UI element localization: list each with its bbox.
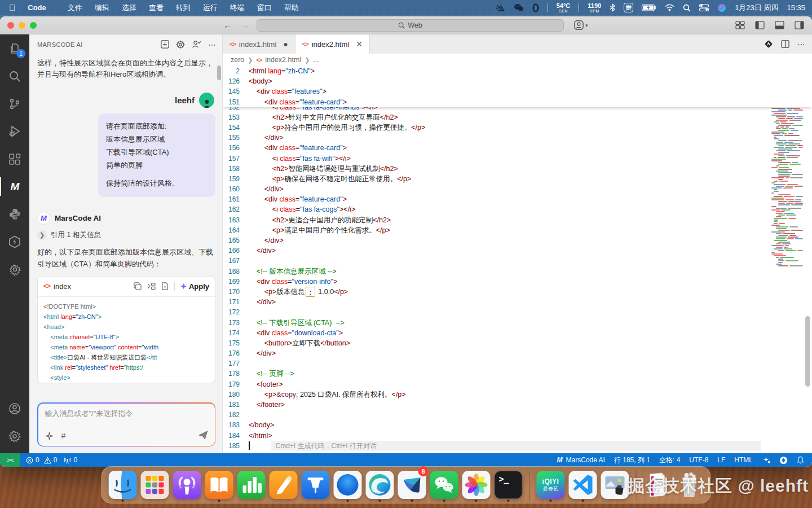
account-icon[interactable] [0, 395, 29, 422]
menu-item-文件[interactable]: 文件 [68, 3, 82, 13]
menu-app-name[interactable]: Code [28, 3, 46, 12]
status--4[interactable]: 空格: 4 [659, 456, 680, 465]
nav-forward-button[interactable]: → [241, 20, 249, 30]
close-window-button[interactable] [7, 22, 14, 29]
dock-terminal[interactable]: >_ [495, 468, 523, 501]
code-line[interactable]: 158 <h2>智能网络错误处理与重试机制</h2> [223, 164, 812, 174]
status-lf[interactable]: LF [717, 456, 725, 464]
code-line[interactable]: 145 <div class="features"> [223, 86, 812, 97]
sidebar-scrollbar[interactable] [217, 65, 221, 80]
menu-time[interactable]: 15:35 [787, 3, 805, 12]
sticky-scroll[interactable]: 2<html lang="zh-CN">126<body>145 <div cl… [223, 66, 812, 107]
marscode-diamond-icon[interactable] [764, 40, 773, 49]
code-line[interactable]: 175 <button>立即下载</button> [223, 338, 812, 348]
user-check-icon[interactable] [192, 40, 201, 49]
menu-item-窗口[interactable]: 窗口 [257, 3, 272, 13]
code-editor[interactable]: 2<html lang="zh-CN">126<body>145 <div cl… [223, 66, 812, 453]
dock-edge[interactable] [366, 468, 394, 501]
code-line[interactable]: 126<body> [223, 76, 812, 86]
code-line[interactable]: 152 <i class="fas fa-user-friends"></i> [223, 107, 812, 112]
code-line[interactable]: 159 <p>确保在网络不稳定时也能正常使用。</p> [223, 174, 812, 184]
zoom-window-button[interactable] [30, 22, 37, 29]
code-line[interactable]: 184</html> [223, 431, 812, 441]
status-utf-8[interactable]: UTF-8 [689, 456, 708, 464]
hex-plugin-activity-icon[interactable] [0, 228, 29, 256]
apply-button[interactable]: ✦ Apply [180, 282, 209, 291]
code-line[interactable]: 157 <i class="fas fa-wifi"></i> [223, 154, 812, 164]
code-line[interactable]: 154 <p>符合中国用户的使用习惯，操作更便捷。</p> [223, 122, 812, 133]
dock-vscode[interactable] [569, 468, 597, 501]
dock-finder[interactable] [109, 468, 137, 501]
extensions-activity-icon[interactable] [0, 145, 29, 173]
dock-pages[interactable] [270, 468, 298, 501]
code-line[interactable]: 171 </div> [223, 297, 812, 307]
code-line[interactable]: 179 <footer> [223, 379, 812, 389]
more-actions-icon[interactable]: ⋯ [797, 40, 805, 49]
code-line[interactable]: 153 <h2>针对中文用户优化的交互界面</h2> [223, 112, 812, 122]
dock-books[interactable] [205, 468, 233, 501]
remote-indicator[interactable]: >< [0, 453, 20, 467]
dock-iqiyi[interactable]: iQIYI爱奇艺 [537, 468, 565, 501]
hash-context-icon[interactable]: # [61, 431, 66, 440]
code-line[interactable]: 162 <i class="fas fa-cogs"></i> [223, 204, 812, 214]
siri-icon[interactable] [717, 3, 726, 13]
dock-keynote[interactable] [302, 468, 330, 501]
code-line[interactable]: 180 <p>&copy; 2025 口袋AI. 保留所有权利。</p> [223, 389, 812, 400]
toggle-left-sidebar-icon[interactable] [755, 21, 765, 29]
code-line[interactable]: 163 <h2>更适合中国用户的功能定制</h2> [223, 215, 812, 225]
python-activity-icon[interactable] [0, 200, 29, 228]
status--185-1[interactable]: 行 185, 列 1 [614, 456, 650, 465]
code-line[interactable]: 183</body> [223, 420, 812, 430]
code-line[interactable]: 177 [223, 358, 812, 369]
dock-preview[interactable] [601, 468, 629, 501]
marscode-activity-icon[interactable]: M [0, 173, 29, 200]
temperature-status[interactable]: 54°C SEN [557, 3, 571, 13]
code-line[interactable]: 156 <div class="feature-card"> [223, 143, 812, 153]
split-editor-icon[interactable] [781, 40, 789, 48]
window-titlebar[interactable]: ← → Web ▾ [0, 16, 812, 34]
control-center-icon[interactable] [699, 3, 709, 13]
code-line[interactable]: 172 [223, 307, 812, 317]
source-control-activity-icon[interactable] [0, 90, 29, 117]
battery-icon[interactable] [642, 3, 656, 13]
wechat-status-icon[interactable] [514, 3, 524, 13]
toggle-right-sidebar-icon[interactable] [795, 21, 804, 29]
reference-toggle[interactable]: ❯ 引用 1 相关信息 [37, 230, 215, 240]
chat-input[interactable]: 输入消息或者"/"来选择指令 # [38, 404, 215, 446]
menu-item-帮助[interactable]: 帮助 [284, 3, 299, 13]
inline-chat-hint-line[interactable]: 185Cmd+I 生成代码，Ctrl+I 打开对话 [223, 441, 812, 451]
search-activity-icon[interactable] [0, 62, 29, 90]
code-card-body[interactable]: <!DOCTYPE html><html lang="zh-CN"><head>… [38, 297, 215, 383]
menu-item-查看[interactable]: 查看 [149, 3, 164, 13]
send-icon[interactable] [198, 431, 208, 441]
status-bell[interactable] [797, 456, 804, 464]
new-chat-icon[interactable] [161, 40, 169, 49]
copy-icon[interactable] [134, 282, 142, 290]
explorer-activity-icon[interactable]: 1 [0, 34, 29, 62]
ports-status[interactable]: 0 [64, 456, 77, 464]
tools-activity-icon[interactable] [0, 256, 29, 283]
tab-index1[interactable]: <> index1.html ● [223, 34, 295, 54]
insert-code-icon[interactable] [147, 282, 156, 290]
menu-item-转到[interactable]: 转到 [176, 3, 191, 13]
command-center-search[interactable]: Web [257, 19, 564, 32]
menu-date[interactable]: 1月23日 周四 [735, 3, 778, 13]
nav-back-button[interactable]: ← [223, 20, 232, 30]
swift-bird-icon[interactable] [496, 3, 505, 13]
apple-menu-icon[interactable]:  [9, 3, 15, 12]
dock-wechat[interactable] [430, 468, 458, 501]
account-menu[interactable]: ▾ [574, 20, 588, 30]
code-line[interactable]: 168 <!-- 版本信息展示区域 --> [223, 266, 812, 277]
problems-status[interactable]: 0 0 [26, 456, 57, 464]
code-line[interactable]: 181 </footer> [223, 400, 812, 410]
tab-index2[interactable]: <> index2.html ✕ [295, 34, 370, 54]
minimize-window-button[interactable] [19, 22, 25, 29]
zero-app-icon[interactable] [532, 3, 539, 13]
status-html[interactable]: HTML [734, 456, 753, 464]
dock-podcasts[interactable] [173, 468, 201, 501]
menu-item-终端[interactable]: 终端 [230, 3, 245, 13]
code-line[interactable]: 164 <p>满足中国用户的个性化需求。</p> [223, 225, 812, 235]
code-line[interactable]: 170 <p>版本信息： 1.0.0</p> [223, 287, 812, 297]
code-line[interactable]: 167 [223, 256, 812, 266]
code-line[interactable]: 173 <!-- 下载引导区域 (CTA) --> [223, 318, 812, 328]
